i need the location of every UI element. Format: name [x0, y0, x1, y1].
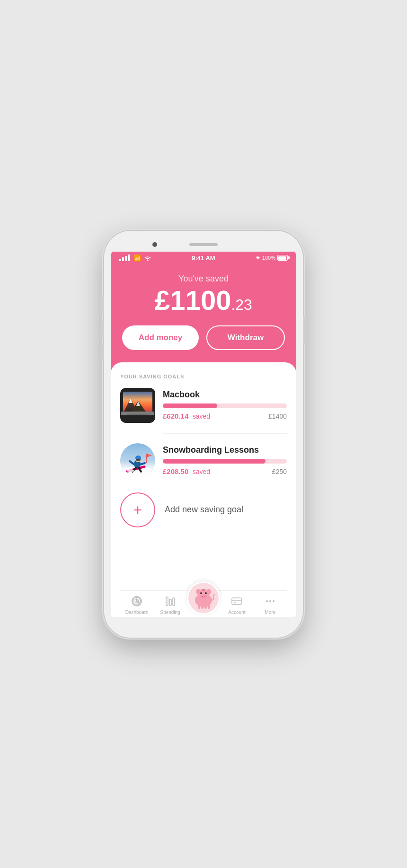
header-section: You've saved £1100.23 Add money Withdraw — [111, 264, 296, 374]
goal-item-macbook[interactable]: Macbook £620.14 saved £1400 — [120, 388, 287, 423]
section-label: YOUR SAVING GOALS — [120, 374, 287, 379]
bluetooth-icon: ✷ — [256, 254, 260, 261]
content-section: YOUR SAVING GOALS — [111, 362, 296, 617]
status-right: ✷ 100% — [256, 254, 288, 261]
macbook-image — [120, 388, 155, 423]
snowboarding-progress-bg — [163, 459, 287, 464]
speaker — [189, 243, 218, 246]
svg-rect-30 — [166, 597, 168, 605]
status-left: 📶 — [119, 254, 151, 262]
svg-rect-15 — [136, 459, 141, 461]
bottom-nav: Dashboard Spending — [120, 590, 287, 617]
macbook-saved-label: saved — [193, 412, 210, 420]
svg-point-20 — [127, 469, 134, 472]
snowboarding-saved-amount: £208.50 — [163, 467, 188, 475]
svg-point-55 — [269, 600, 271, 602]
wifi-icon — [144, 255, 151, 261]
svg-rect-46 — [202, 589, 205, 591]
front-camera — [152, 242, 157, 247]
svg-point-39 — [200, 594, 207, 599]
spending-label: Spending — [160, 610, 180, 615]
svg-point-56 — [273, 600, 274, 602]
macbook-amounts: £620.14 saved £1400 — [163, 412, 287, 421]
snowboarding-goal-name: Snowboarding Lessons — [163, 445, 287, 455]
svg-rect-7 — [127, 414, 149, 415]
saved-amount-display: £1100.23 — [122, 287, 285, 314]
goal-divider — [163, 433, 287, 434]
macbook-progress-fill — [163, 403, 217, 408]
account-icon — [230, 595, 243, 608]
svg-point-41 — [204, 596, 205, 597]
nav-item-dashboard[interactable]: Dashboard — [120, 595, 153, 615]
battery-icon — [277, 255, 288, 261]
svg-point-54 — [266, 600, 268, 602]
svg-rect-49 — [204, 605, 207, 609]
status-bar: 📶 9:41 AM ✷ 100% — [111, 252, 296, 264]
svg-point-25 — [136, 600, 138, 602]
macbook-goal-name: Macbook — [163, 390, 287, 400]
more-label: More — [265, 610, 275, 615]
more-icon — [264, 595, 277, 608]
snowboarding-image: 1 — [120, 443, 155, 478]
snowboarding-saved-label: saved — [193, 468, 210, 475]
action-buttons: Add money Withdraw — [122, 325, 285, 350]
dashboard-label: Dashboard — [125, 610, 149, 615]
macbook-goal-details: Macbook £620.14 saved £1400 — [163, 390, 287, 421]
svg-point-43 — [205, 592, 207, 594]
plus-icon: + — [133, 502, 142, 517]
app-screen: 📶 9:41 AM ✷ 100% You've saved — [111, 252, 296, 617]
add-money-button[interactable]: Add money — [122, 325, 199, 350]
svg-rect-21 — [146, 454, 147, 463]
amount-main: £1100 — [155, 285, 231, 316]
battery-pct: 100% — [262, 255, 275, 261]
phone-bottom-bar — [111, 617, 296, 631]
svg-point-44 — [201, 592, 202, 593]
goal-item-snowboarding[interactable]: 1 Snowboarding Lessons £208.50 saved — [120, 443, 287, 478]
nav-item-account[interactable]: Account — [220, 595, 253, 615]
snowboarding-goal-details: Snowboarding Lessons £208.50 saved £250 — [163, 445, 287, 476]
signal-icon — [119, 254, 130, 261]
svg-rect-47 — [198, 605, 200, 609]
wifi-icon: 📶 — [133, 254, 141, 262]
svg-rect-31 — [169, 599, 171, 605]
svg-rect-51 — [232, 598, 241, 605]
add-goal-button[interactable]: + Add new saving goal — [120, 492, 287, 527]
svg-point-42 — [200, 592, 202, 594]
account-label: Account — [228, 610, 245, 615]
phone-screen: 📶 9:41 AM ✷ 100% You've saved — [111, 237, 296, 631]
amount-cents: .23 — [231, 296, 252, 313]
snowboarding-total: £250 — [272, 468, 287, 475]
pig-button — [187, 581, 220, 614]
snowboarding-saved: £208.50 saved — [163, 467, 210, 476]
snowboard-svg: 1 — [120, 443, 155, 478]
status-time: 9:41 AM — [192, 254, 215, 262]
nav-item-spending[interactable]: Spending — [153, 595, 186, 615]
svg-rect-48 — [201, 605, 204, 609]
macbook-total: £1400 — [268, 412, 287, 420]
battery-fill — [278, 256, 286, 260]
phone-device: 📶 9:41 AM ✷ 100% You've saved — [104, 231, 303, 638]
add-circle: + — [120, 492, 155, 527]
dashboard-icon — [130, 595, 143, 608]
macbook-saved: £620.14 saved — [163, 412, 210, 421]
snowboarding-progress-fill — [163, 459, 265, 464]
svg-point-36 — [197, 590, 200, 594]
you-saved-label: You've saved — [122, 274, 285, 284]
nav-item-more[interactable]: More — [254, 595, 287, 615]
svg-point-45 — [206, 592, 206, 593]
svg-point-40 — [202, 596, 203, 597]
svg-point-38 — [207, 590, 210, 594]
spending-icon — [164, 595, 177, 608]
pig-icon — [192, 586, 215, 610]
svg-rect-32 — [173, 598, 175, 605]
nav-item-pig[interactable] — [187, 581, 220, 614]
macbook-svg — [120, 388, 155, 423]
macbook-progress-bg — [163, 403, 287, 408]
add-goal-label: Add new saving goal — [165, 505, 243, 515]
snowboarding-amounts: £208.50 saved £250 — [163, 467, 287, 476]
svg-rect-50 — [208, 605, 210, 609]
phone-top-bar — [111, 237, 296, 252]
macbook-saved-amount: £620.14 — [163, 412, 188, 420]
withdraw-button[interactable]: Withdraw — [206, 325, 285, 350]
